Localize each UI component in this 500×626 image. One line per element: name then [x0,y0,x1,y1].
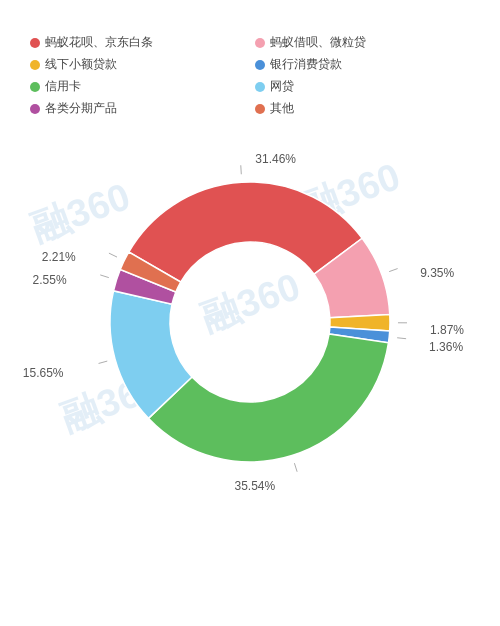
chart-area: 融360 融360 融360 融360 31.46%9.35%1.87%1.36… [0,127,500,517]
chart-label: 1.87% [430,323,464,337]
legend-item: 线下小额贷款 [30,56,245,73]
svg-line-3 [397,338,406,339]
legend: 蚂蚁花呗、京东白条蚂蚁借呗、微粒贷线下小额贷款银行消费贷款信用卡网贷各类分期产品… [0,28,500,127]
chart-label: 35.54% [235,479,276,493]
svg-line-6 [100,275,109,278]
chart-label: 2.21% [42,250,76,264]
chart-label: 9.35% [420,266,454,280]
chart-label: 31.46% [255,152,296,166]
chart-label: 15.65% [23,366,64,380]
legend-item: 其他 [255,100,470,117]
legend-item: 蚂蚁借呗、微粒贷 [255,34,470,51]
svg-line-5 [99,361,108,363]
legend-item: 蚂蚁花呗、京东白条 [30,34,245,51]
svg-line-7 [109,253,117,257]
legend-item: 网贷 [255,78,470,95]
svg-line-4 [294,463,297,472]
svg-line-0 [241,165,242,174]
chart-label: 1.36% [429,340,463,354]
legend-item: 信用卡 [30,78,245,95]
donut-chart [90,162,410,482]
legend-item: 银行消费贷款 [255,56,470,73]
svg-line-1 [389,269,397,272]
title [0,0,500,28]
legend-item: 各类分期产品 [30,100,245,117]
chart-label: 2.55% [33,273,67,287]
